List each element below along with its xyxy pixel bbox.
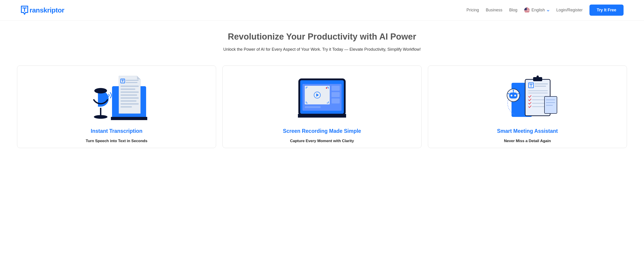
language-selector[interactable]: English xyxy=(524,8,550,13)
svg-point-49 xyxy=(514,95,516,96)
svg-point-32 xyxy=(536,76,539,78)
site-header: ranskriptor Pricing Business Blog Englis… xyxy=(0,0,644,21)
nav-pricing[interactable]: Pricing xyxy=(466,8,479,13)
card-subtitle: Never Miss a Detail Again xyxy=(435,139,620,143)
card-title: Instant Transcription xyxy=(24,128,209,134)
transcription-illustration xyxy=(24,73,209,123)
screen-recording-illustration xyxy=(230,73,414,123)
nav-blog[interactable]: Blog xyxy=(509,8,518,13)
svg-rect-28 xyxy=(305,106,321,108)
svg-rect-25 xyxy=(332,86,340,91)
logo-text: ranskriptor xyxy=(30,6,64,14)
nav-business[interactable]: Business xyxy=(486,8,502,13)
card-subtitle: Capture Every Moment with Clarity xyxy=(230,139,414,143)
card-title: Screen Recording Made Simple xyxy=(230,128,414,134)
main-nav: Pricing Business Blog English Login/Regi… xyxy=(466,5,624,16)
card-subtitle: Turn Speech into Text in Seconds xyxy=(24,139,209,143)
page-headline: Revolutionize Your Productivity with AI … xyxy=(17,32,627,42)
svg-rect-1 xyxy=(111,117,147,120)
main-content: Revolutionize Your Productivity with AI … xyxy=(0,21,644,157)
card-meeting-assistant[interactable]: Smart Meeting Assistant Never Miss a Det… xyxy=(428,66,627,148)
us-flag-icon xyxy=(524,8,530,13)
svg-point-24 xyxy=(326,87,327,89)
page-subheadline: Unlock the Power of AI for Every Aspect … xyxy=(17,47,627,52)
svg-point-14 xyxy=(94,88,107,94)
language-label: English xyxy=(532,8,545,13)
svg-rect-26 xyxy=(332,92,340,97)
chevron-down-icon xyxy=(547,9,550,12)
card-transcription[interactable]: Instant Transcription Turn Speech into T… xyxy=(17,66,216,148)
card-screen-recording[interactable]: Screen Recording Made Simple Capture Eve… xyxy=(222,66,422,148)
svg-rect-27 xyxy=(332,99,340,104)
feature-cards: Instant Transcription Turn Speech into T… xyxy=(17,66,627,148)
logo[interactable]: ranskriptor xyxy=(20,6,64,15)
logo-icon xyxy=(20,6,29,15)
svg-point-53 xyxy=(513,90,514,91)
try-free-button[interactable]: Try It Free xyxy=(590,5,624,16)
card-title: Smart Meeting Assistant xyxy=(435,128,620,134)
svg-rect-21 xyxy=(298,114,346,118)
svg-point-48 xyxy=(510,95,512,96)
svg-rect-47 xyxy=(509,93,518,99)
nav-login[interactable]: Login/Register xyxy=(556,8,583,13)
meeting-assistant-illustration xyxy=(435,73,620,123)
